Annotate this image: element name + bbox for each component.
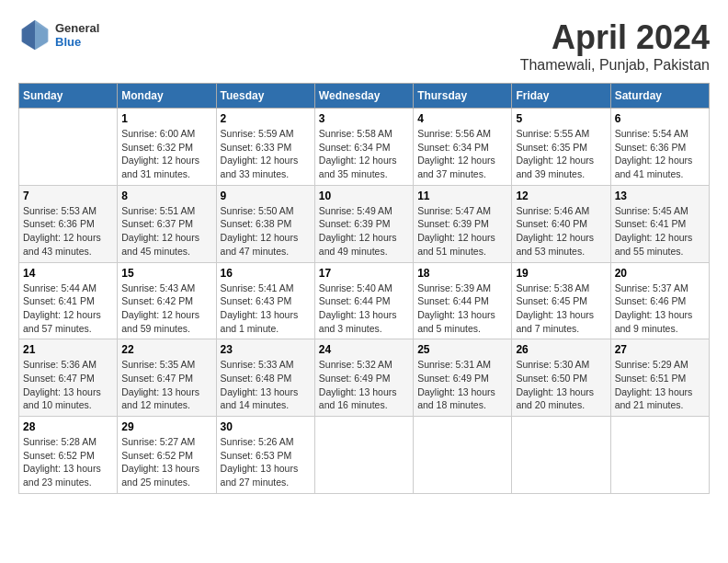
day-info: Sunrise: 6:00 AM Sunset: 6:32 PM Dayligh… <box>121 127 211 181</box>
day-number: 11 <box>417 190 507 202</box>
calendar-cell: 7Sunrise: 5:53 AM Sunset: 6:36 PM Daylig… <box>19 185 118 262</box>
logo: General Blue <box>18 18 99 52</box>
day-number: 20 <box>615 267 705 280</box>
day-number: 21 <box>23 343 113 356</box>
calendar-cell: 12Sunrise: 5:46 AM Sunset: 6:40 PM Dayli… <box>512 185 610 262</box>
weekday-header-wednesday: Wednesday <box>314 84 413 109</box>
calendar-table: SundayMondayTuesdayWednesdayThursdayFrid… <box>18 83 710 494</box>
calendar-cell: 1Sunrise: 6:00 AM Sunset: 6:32 PM Daylig… <box>118 109 216 186</box>
day-number: 12 <box>516 190 606 202</box>
day-info: Sunrise: 5:49 AM Sunset: 6:39 PM Dayligh… <box>319 204 409 259</box>
calendar-cell: 15Sunrise: 5:43 AM Sunset: 6:42 PM Dayli… <box>118 262 216 339</box>
page-title: April 2024 <box>520 18 710 57</box>
day-number: 5 <box>516 112 606 125</box>
calendar-body: 1Sunrise: 6:00 AM Sunset: 6:32 PM Daylig… <box>19 109 710 494</box>
day-number: 24 <box>319 343 409 356</box>
calendar-cell: 10Sunrise: 5:49 AM Sunset: 6:39 PM Dayli… <box>314 185 413 262</box>
day-info: Sunrise: 5:30 AM Sunset: 6:50 PM Dayligh… <box>516 358 606 412</box>
calendar-cell: 21Sunrise: 5:36 AM Sunset: 6:47 PM Dayli… <box>19 339 118 417</box>
calendar-cell: 17Sunrise: 5:40 AM Sunset: 6:44 PM Dayli… <box>314 262 413 339</box>
day-info: Sunrise: 5:40 AM Sunset: 6:44 PM Dayligh… <box>319 282 409 336</box>
calendar-cell: 30Sunrise: 5:26 AM Sunset: 6:53 PM Dayli… <box>216 417 314 494</box>
day-info: Sunrise: 5:53 AM Sunset: 6:36 PM Dayligh… <box>23 204 113 259</box>
day-info: Sunrise: 5:38 AM Sunset: 6:45 PM Dayligh… <box>516 282 606 336</box>
calendar-cell: 4Sunrise: 5:56 AM Sunset: 6:34 PM Daylig… <box>414 109 512 186</box>
svg-marker-2 <box>22 20 35 50</box>
day-info: Sunrise: 5:37 AM Sunset: 6:46 PM Dayligh… <box>615 282 705 336</box>
day-number: 25 <box>417 343 507 356</box>
day-info: Sunrise: 5:35 AM Sunset: 6:47 PM Dayligh… <box>121 358 211 412</box>
day-number: 29 <box>121 420 211 433</box>
day-number: 28 <box>23 420 113 433</box>
day-number: 13 <box>615 190 705 202</box>
day-number: 15 <box>121 267 211 280</box>
day-info: Sunrise: 5:54 AM Sunset: 6:36 PM Dayligh… <box>615 127 705 181</box>
day-number: 16 <box>221 267 311 280</box>
day-info: Sunrise: 5:59 AM Sunset: 6:33 PM Dayligh… <box>221 127 311 181</box>
day-info: Sunrise: 5:50 AM Sunset: 6:38 PM Dayligh… <box>221 204 311 259</box>
page-header: General Blue April 2024 Thamewali, Punja… <box>18 18 710 74</box>
weekday-header-sunday: Sunday <box>19 84 118 109</box>
calendar-cell: 6Sunrise: 5:54 AM Sunset: 6:36 PM Daylig… <box>610 109 709 186</box>
logo-icon <box>18 18 51 52</box>
calendar-week-row: 7Sunrise: 5:53 AM Sunset: 6:36 PM Daylig… <box>19 185 710 262</box>
weekday-header-friday: Friday <box>512 84 610 109</box>
calendar-cell: 16Sunrise: 5:41 AM Sunset: 6:43 PM Dayli… <box>216 262 314 339</box>
weekday-header-thursday: Thursday <box>414 84 512 109</box>
day-info: Sunrise: 5:27 AM Sunset: 6:52 PM Dayligh… <box>121 435 211 489</box>
day-info: Sunrise: 5:45 AM Sunset: 6:41 PM Dayligh… <box>615 204 705 259</box>
calendar-cell: 19Sunrise: 5:38 AM Sunset: 6:45 PM Dayli… <box>512 262 610 339</box>
calendar-week-row: 14Sunrise: 5:44 AM Sunset: 6:41 PM Dayli… <box>19 262 710 339</box>
calendar-cell: 28Sunrise: 5:28 AM Sunset: 6:52 PM Dayli… <box>19 417 118 494</box>
weekday-header-saturday: Saturday <box>610 84 709 109</box>
calendar-cell: 9Sunrise: 5:50 AM Sunset: 6:38 PM Daylig… <box>216 185 314 262</box>
day-info: Sunrise: 5:43 AM Sunset: 6:42 PM Dayligh… <box>121 282 211 336</box>
day-info: Sunrise: 5:47 AM Sunset: 6:39 PM Dayligh… <box>417 204 507 259</box>
calendar-cell: 22Sunrise: 5:35 AM Sunset: 6:47 PM Dayli… <box>118 339 216 417</box>
day-info: Sunrise: 5:41 AM Sunset: 6:43 PM Dayligh… <box>221 282 311 336</box>
day-number: 8 <box>121 190 211 202</box>
calendar-cell: 25Sunrise: 5:31 AM Sunset: 6:49 PM Dayli… <box>414 339 512 417</box>
day-info: Sunrise: 5:32 AM Sunset: 6:49 PM Dayligh… <box>319 358 409 412</box>
day-number: 2 <box>221 112 311 125</box>
day-info: Sunrise: 5:56 AM Sunset: 6:34 PM Dayligh… <box>417 127 507 181</box>
calendar-cell: 27Sunrise: 5:29 AM Sunset: 6:51 PM Dayli… <box>610 339 709 417</box>
day-number: 22 <box>121 343 211 356</box>
calendar-cell: 24Sunrise: 5:32 AM Sunset: 6:49 PM Dayli… <box>314 339 413 417</box>
day-number: 30 <box>221 420 311 433</box>
calendar-cell <box>610 417 709 494</box>
day-number: 26 <box>516 343 606 356</box>
weekday-header-monday: Monday <box>118 84 216 109</box>
calendar-week-row: 1Sunrise: 6:00 AM Sunset: 6:32 PM Daylig… <box>19 109 710 186</box>
calendar-cell: 23Sunrise: 5:33 AM Sunset: 6:48 PM Dayli… <box>216 339 314 417</box>
day-number: 9 <box>221 190 311 202</box>
page-subtitle: Thamewali, Punjab, Pakistan <box>520 57 710 74</box>
day-info: Sunrise: 5:33 AM Sunset: 6:48 PM Dayligh… <box>221 358 311 412</box>
calendar-cell <box>414 417 512 494</box>
calendar-cell: 2Sunrise: 5:59 AM Sunset: 6:33 PM Daylig… <box>216 109 314 186</box>
calendar-header: SundayMondayTuesdayWednesdayThursdayFrid… <box>19 84 710 109</box>
day-number: 7 <box>23 190 113 202</box>
day-number: 14 <box>23 267 113 280</box>
day-info: Sunrise: 5:55 AM Sunset: 6:35 PM Dayligh… <box>516 127 606 181</box>
logo-blue-text: Blue <box>55 35 99 49</box>
title-block: April 2024 Thamewali, Punjab, Pakistan <box>520 18 710 74</box>
day-number: 27 <box>615 343 705 356</box>
calendar-cell <box>19 109 118 186</box>
calendar-cell <box>512 417 610 494</box>
day-info: Sunrise: 5:31 AM Sunset: 6:49 PM Dayligh… <box>417 358 507 412</box>
day-info: Sunrise: 5:44 AM Sunset: 6:41 PM Dayligh… <box>23 282 113 336</box>
day-info: Sunrise: 5:28 AM Sunset: 6:52 PM Dayligh… <box>23 435 113 489</box>
calendar-cell: 8Sunrise: 5:51 AM Sunset: 6:37 PM Daylig… <box>118 185 216 262</box>
day-info: Sunrise: 5:58 AM Sunset: 6:34 PM Dayligh… <box>319 127 409 181</box>
weekday-header-tuesday: Tuesday <box>216 84 314 109</box>
day-info: Sunrise: 5:36 AM Sunset: 6:47 PM Dayligh… <box>23 358 113 412</box>
calendar-cell: 18Sunrise: 5:39 AM Sunset: 6:44 PM Dayli… <box>414 262 512 339</box>
day-number: 4 <box>417 112 507 125</box>
weekday-header-row: SundayMondayTuesdayWednesdayThursdayFrid… <box>19 84 710 109</box>
day-number: 18 <box>417 267 507 280</box>
svg-marker-1 <box>35 20 48 50</box>
calendar-week-row: 28Sunrise: 5:28 AM Sunset: 6:52 PM Dayli… <box>19 417 710 494</box>
calendar-cell: 20Sunrise: 5:37 AM Sunset: 6:46 PM Dayli… <box>610 262 709 339</box>
day-info: Sunrise: 5:46 AM Sunset: 6:40 PM Dayligh… <box>516 204 606 259</box>
